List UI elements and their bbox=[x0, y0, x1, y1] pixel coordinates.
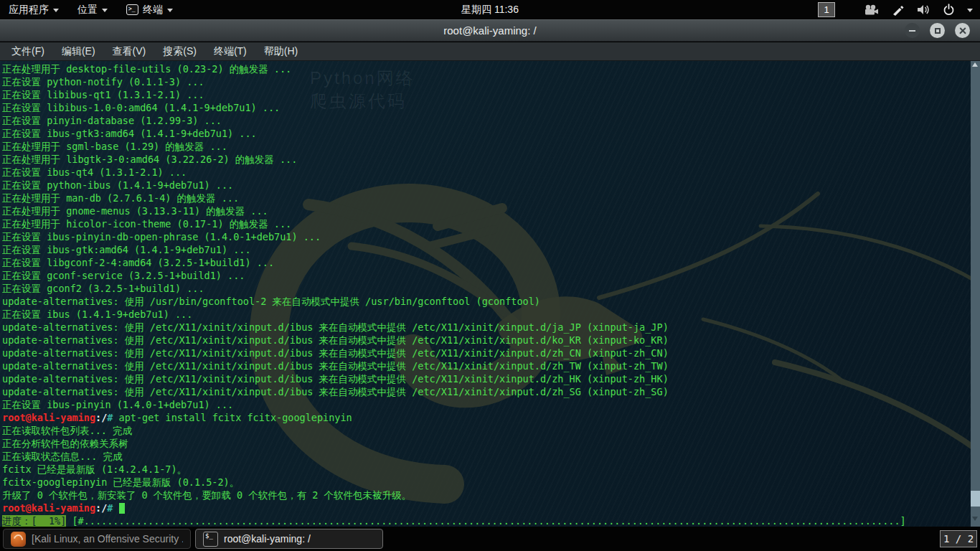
applications-menu-label: 应用程序 bbox=[9, 4, 49, 17]
menu-help[interactable]: 帮助(H) bbox=[255, 43, 306, 60]
terminal-text: 正在设置 libibus-qt1 (1.3.1-2.1) ... bbox=[2, 89, 204, 100]
terminal-line: 正在处理用于 desktop-file-utils (0.23-2) 的触发器 … bbox=[2, 62, 969, 75]
terminal-output: 正在处理用于 desktop-file-utils (0.23-2) 的触发器 … bbox=[2, 62, 969, 527]
terminal-text: 正在处理用于 libgtk-3-0:amd64 (3.22.26-2) 的触发器… bbox=[2, 154, 297, 165]
terminal-line: fcitx-googlepinyin 已经是最新版 (0.1.5-2)。 bbox=[2, 476, 969, 489]
menu-file[interactable]: 文件(F) bbox=[3, 43, 53, 60]
top-panel: 应用程序 位置 >_ 终端 星期四 11:36 1 bbox=[0, 0, 980, 19]
terminal-text: 正在设置 libibus-1.0-0:amd64 (1.4.1-9+deb7u1… bbox=[2, 102, 280, 113]
clock-text[interactable]: 星期四 11:36 bbox=[461, 4, 519, 15]
terminal-line: fcitx 已经是最新版 (1:4.2.4.1-7)。 bbox=[2, 463, 969, 476]
menu-view[interactable]: 查看(V) bbox=[104, 43, 155, 60]
terminal-line: 正在处理用于 hicolor-icon-theme (0.17-1) 的触发器 … bbox=[2, 217, 969, 230]
screen-recorder-icon[interactable] bbox=[863, 4, 879, 16]
maximize-button[interactable] bbox=[930, 23, 945, 38]
terminal-line: 正在读取状态信息... 完成 bbox=[2, 450, 969, 463]
terminal-line: root@kali-yaming:/# apt-get install fcit… bbox=[2, 411, 969, 424]
taskbar-window-firefox[interactable]: [Kali Linux, an Offensive Security ...] bbox=[3, 529, 191, 549]
terminal-menubar: 文件(F) 编辑(E) 查看(V) 搜索(S) 终端(T) 帮助(H) bbox=[0, 42, 980, 61]
workspace-indicator[interactable]: 1 bbox=[818, 2, 835, 17]
terminal-text: root@kali-yaming bbox=[2, 502, 95, 514]
terminal-cursor bbox=[119, 503, 125, 514]
terminal-line: 正在设置 gconf-service (3.2.5-1+build1) ... bbox=[2, 269, 969, 282]
menu-terminal[interactable]: 终端(T) bbox=[205, 43, 255, 60]
terminal-text: 正在处理用于 man-db (2.7.6.1-4) 的触发器 ... bbox=[2, 192, 239, 204]
volume-icon[interactable] bbox=[916, 4, 930, 16]
applications-menu[interactable]: 应用程序 bbox=[9, 4, 59, 17]
terminal-line: 升级了 0 个软件包，新安装了 0 个软件包，要卸载 0 个软件包，有 2 个软… bbox=[2, 489, 969, 501]
power-icon[interactable] bbox=[943, 4, 955, 16]
scroll-up-icon[interactable] bbox=[972, 62, 978, 67]
panel-left: 应用程序 位置 >_ 终端 bbox=[0, 4, 173, 17]
terminal-text: 正在设置 pinyin-database (1.2.99-3) ... bbox=[2, 115, 222, 126]
terminal-text: 正在设置 gconf-service (3.2.5-1+build1) ... bbox=[2, 270, 245, 281]
terminal-app-menu[interactable]: >_ 终端 bbox=[126, 4, 173, 17]
terminal-screen[interactable]: Python网络 爬虫源代码 正在处理用于 desktop-file-utils… bbox=[0, 61, 980, 527]
terminal-icon: >_ bbox=[126, 4, 138, 15]
terminal-text: update-alternatives: 使用 /etc/X11/xinit/x… bbox=[2, 386, 669, 397]
terminal-text: : bbox=[95, 502, 101, 514]
terminal-line: 正在设置 gconf2 (3.2.5-1+build1) ... bbox=[2, 282, 969, 295]
terminal-line: update-alternatives: 使用 /usr/bin/gconfto… bbox=[2, 295, 969, 308]
chevron-down-icon bbox=[53, 9, 59, 12]
terminal-line: update-alternatives: 使用 /etc/X11/xinit/x… bbox=[2, 347, 969, 359]
window-title: root@kali-yaming: / bbox=[443, 24, 536, 37]
scrollbar[interactable] bbox=[971, 61, 980, 527]
taskbar-window-label: root@kali-yaming: / bbox=[224, 533, 311, 545]
minimize-button[interactable] bbox=[905, 23, 920, 38]
terminal-line: 正在处理用于 man-db (2.7.6.1-4) 的触发器 ... bbox=[2, 192, 969, 204]
places-menu[interactable]: 位置 bbox=[77, 4, 108, 17]
terminal-text: update-alternatives: 使用 /etc/X11/xinit/x… bbox=[2, 347, 669, 359]
scrollbar-thumb[interactable] bbox=[971, 491, 980, 507]
panel-right: 1 bbox=[818, 2, 980, 17]
chevron-down-icon bbox=[102, 9, 108, 12]
scroll-down-icon[interactable] bbox=[972, 517, 978, 521]
terminal-text: 正在处理用于 sgml-base (1.29) 的触发器 ... bbox=[2, 141, 227, 152]
terminal-text: 正在设置 ibus (1.4.1-9+deb7u1) ... bbox=[2, 309, 192, 320]
terminal-line: update-alternatives: 使用 /etc/X11/xinit/x… bbox=[2, 372, 969, 385]
terminal-line: 正在设置 ibus-pinyin-db-open-phrase (1.4.0-1… bbox=[2, 230, 969, 243]
terminal-app-menu-label: 终端 bbox=[143, 4, 163, 17]
terminal-text: 正在设置 ibus-pinyin-db-open-phrase (1.4.0-1… bbox=[2, 231, 321, 242]
taskbar-window-label: [Kali Linux, an Offensive Security ...] bbox=[32, 533, 183, 545]
terminal-line: update-alternatives: 使用 /etc/X11/xinit/x… bbox=[2, 385, 969, 398]
terminal-line: update-alternatives: 使用 /etc/X11/xinit/x… bbox=[2, 334, 969, 347]
terminal-text: 升级了 0 个软件包，新安装了 0 个软件包，要卸载 0 个软件包，有 2 个软… bbox=[2, 489, 411, 501]
workspace-pager[interactable]: 1 / 2 bbox=[940, 530, 977, 547]
terminal-text: 正在设置 libgconf-2-4:amd64 (3.2.5-1+build1)… bbox=[2, 257, 274, 268]
terminal-text: 正在读取软件包列表... 完成 bbox=[2, 425, 132, 436]
menu-edit[interactable]: 编辑(E) bbox=[53, 43, 104, 60]
terminal-line: root@kali-yaming:/# bbox=[2, 501, 969, 514]
terminal-line: 正在设置 python-notify (0.1.1-3) ... bbox=[2, 75, 969, 88]
close-button[interactable] bbox=[955, 23, 970, 38]
system-menu-chevron-icon[interactable] bbox=[967, 9, 973, 12]
taskbar-window-terminal[interactable]: $_ root@kali-yaming: / bbox=[195, 529, 383, 549]
terminal-text: [#......................................… bbox=[66, 515, 905, 527]
terminal-line: 正在分析软件包的依赖关系树 bbox=[2, 437, 969, 450]
terminal-text: update-alternatives: 使用 /etc/X11/xinit/x… bbox=[2, 360, 669, 372]
terminal-line: 正在设置 ibus-gtk:amd64 (1.4.1-9+deb7u1) ... bbox=[2, 243, 969, 256]
terminal-text: 正在处理用于 gnome-menus (3.13.3-11) 的触发器 ... bbox=[2, 205, 268, 217]
taskbar: [Kali Linux, an Offensive Security ...] … bbox=[0, 527, 980, 551]
terminal-text bbox=[113, 502, 118, 514]
terminal-text: update-alternatives: 使用 /usr/bin/gconfto… bbox=[2, 296, 540, 307]
terminal-text: fcitx 已经是最新版 (1:4.2.4.1-7)。 bbox=[2, 463, 187, 475]
terminal-line: 正在设置 libibus-qt1 (1.3.1-2.1) ... bbox=[2, 88, 969, 101]
chevron-down-icon bbox=[167, 9, 173, 12]
input-pen-icon[interactable] bbox=[891, 4, 904, 17]
terminal-text: 进度：[ 1%] bbox=[2, 515, 66, 527]
terminal-text: update-alternatives: 使用 /etc/X11/xinit/x… bbox=[2, 373, 669, 385]
places-menu-label: 位置 bbox=[77, 4, 98, 17]
terminal-text: 正在设置 ibus-gtk3:amd64 (1.4.1-9+deb7u1) ..… bbox=[2, 128, 257, 139]
firefox-icon bbox=[11, 532, 26, 547]
terminal-line: 正在读取软件包列表... 完成 bbox=[2, 424, 969, 437]
terminal-text: update-alternatives: 使用 /etc/X11/xinit/x… bbox=[2, 321, 669, 333]
terminal-text: 正在设置 python-ibus (1.4.1-9+deb7u1) ... bbox=[2, 179, 233, 191]
terminal-line: 进度：[ 1%] [#.............................… bbox=[2, 514, 969, 527]
terminal-text: 正在处理用于 desktop-file-utils (0.23-2) 的触发器 … bbox=[2, 63, 291, 75]
window-titlebar[interactable]: root@kali-yaming: / bbox=[0, 19, 980, 42]
menu-search[interactable]: 搜索(S) bbox=[154, 43, 205, 60]
terminal-text: apt-get install fcitx fcitx-googlepinyin bbox=[113, 412, 352, 423]
terminal-line: 正在设置 ibus-gtk3:amd64 (1.4.1-9+deb7u1) ..… bbox=[2, 127, 969, 140]
terminal-line: 正在设置 libibus-1.0-0:amd64 (1.4.1-9+deb7u1… bbox=[2, 101, 969, 114]
